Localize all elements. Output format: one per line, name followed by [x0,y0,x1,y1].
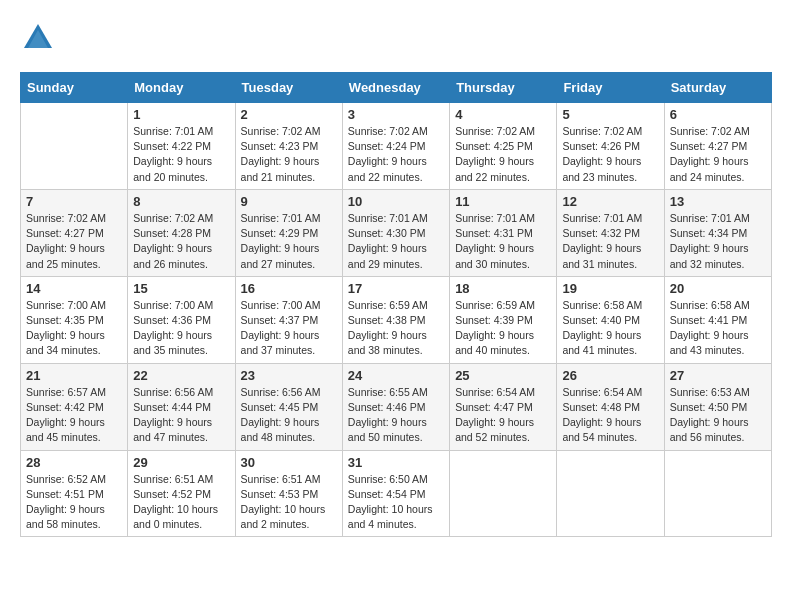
day-cell: 11Sunrise: 7:01 AMSunset: 4:31 PMDayligh… [450,189,557,276]
header-cell-tuesday: Tuesday [235,73,342,103]
day-info: Sunrise: 6:51 AMSunset: 4:53 PMDaylight:… [241,472,337,533]
day-number: 9 [241,194,337,209]
day-info: Sunrise: 7:00 AMSunset: 4:37 PMDaylight:… [241,298,337,359]
day-number: 28 [26,455,122,470]
day-cell: 8Sunrise: 7:02 AMSunset: 4:28 PMDaylight… [128,189,235,276]
day-info: Sunrise: 6:55 AMSunset: 4:46 PMDaylight:… [348,385,444,446]
week-row-1: 1Sunrise: 7:01 AMSunset: 4:22 PMDaylight… [21,103,772,190]
day-info: Sunrise: 7:00 AMSunset: 4:35 PMDaylight:… [26,298,122,359]
day-cell: 28Sunrise: 6:52 AMSunset: 4:51 PMDayligh… [21,450,128,537]
week-row-4: 21Sunrise: 6:57 AMSunset: 4:42 PMDayligh… [21,363,772,450]
day-number: 13 [670,194,766,209]
logo-icon [20,20,56,56]
day-info: Sunrise: 6:58 AMSunset: 4:40 PMDaylight:… [562,298,658,359]
day-info: Sunrise: 7:01 AMSunset: 4:34 PMDaylight:… [670,211,766,272]
day-number: 17 [348,281,444,296]
page-header [20,20,772,56]
day-info: Sunrise: 6:56 AMSunset: 4:45 PMDaylight:… [241,385,337,446]
day-cell: 10Sunrise: 7:01 AMSunset: 4:30 PMDayligh… [342,189,449,276]
day-number: 11 [455,194,551,209]
day-cell [664,450,771,537]
header-cell-saturday: Saturday [664,73,771,103]
day-info: Sunrise: 7:02 AMSunset: 4:25 PMDaylight:… [455,124,551,185]
day-info: Sunrise: 7:02 AMSunset: 4:27 PMDaylight:… [26,211,122,272]
day-cell [21,103,128,190]
day-info: Sunrise: 6:59 AMSunset: 4:38 PMDaylight:… [348,298,444,359]
day-cell: 19Sunrise: 6:58 AMSunset: 4:40 PMDayligh… [557,276,664,363]
day-cell: 22Sunrise: 6:56 AMSunset: 4:44 PMDayligh… [128,363,235,450]
day-number: 4 [455,107,551,122]
day-number: 14 [26,281,122,296]
day-cell: 12Sunrise: 7:01 AMSunset: 4:32 PMDayligh… [557,189,664,276]
header-cell-thursday: Thursday [450,73,557,103]
day-cell [557,450,664,537]
day-cell: 15Sunrise: 7:00 AMSunset: 4:36 PMDayligh… [128,276,235,363]
day-cell: 30Sunrise: 6:51 AMSunset: 4:53 PMDayligh… [235,450,342,537]
day-info: Sunrise: 6:53 AMSunset: 4:50 PMDaylight:… [670,385,766,446]
header-cell-sunday: Sunday [21,73,128,103]
day-info: Sunrise: 7:02 AMSunset: 4:28 PMDaylight:… [133,211,229,272]
day-info: Sunrise: 7:01 AMSunset: 4:29 PMDaylight:… [241,211,337,272]
day-number: 6 [670,107,766,122]
day-cell: 20Sunrise: 6:58 AMSunset: 4:41 PMDayligh… [664,276,771,363]
day-number: 5 [562,107,658,122]
header-cell-wednesday: Wednesday [342,73,449,103]
day-info: Sunrise: 6:52 AMSunset: 4:51 PMDaylight:… [26,472,122,533]
day-cell: 13Sunrise: 7:01 AMSunset: 4:34 PMDayligh… [664,189,771,276]
day-cell: 9Sunrise: 7:01 AMSunset: 4:29 PMDaylight… [235,189,342,276]
day-info: Sunrise: 6:57 AMSunset: 4:42 PMDaylight:… [26,385,122,446]
week-row-5: 28Sunrise: 6:52 AMSunset: 4:51 PMDayligh… [21,450,772,537]
day-info: Sunrise: 6:50 AMSunset: 4:54 PMDaylight:… [348,472,444,533]
week-row-2: 7Sunrise: 7:02 AMSunset: 4:27 PMDaylight… [21,189,772,276]
day-info: Sunrise: 6:56 AMSunset: 4:44 PMDaylight:… [133,385,229,446]
day-info: Sunrise: 7:01 AMSunset: 4:32 PMDaylight:… [562,211,658,272]
day-cell: 3Sunrise: 7:02 AMSunset: 4:24 PMDaylight… [342,103,449,190]
day-cell: 18Sunrise: 6:59 AMSunset: 4:39 PMDayligh… [450,276,557,363]
day-cell [450,450,557,537]
day-number: 27 [670,368,766,383]
day-info: Sunrise: 6:51 AMSunset: 4:52 PMDaylight:… [133,472,229,533]
day-number: 31 [348,455,444,470]
day-info: Sunrise: 7:01 AMSunset: 4:31 PMDaylight:… [455,211,551,272]
day-number: 16 [241,281,337,296]
day-number: 29 [133,455,229,470]
day-info: Sunrise: 7:02 AMSunset: 4:27 PMDaylight:… [670,124,766,185]
day-number: 10 [348,194,444,209]
day-number: 1 [133,107,229,122]
week-row-3: 14Sunrise: 7:00 AMSunset: 4:35 PMDayligh… [21,276,772,363]
day-number: 25 [455,368,551,383]
day-number: 19 [562,281,658,296]
day-cell: 4Sunrise: 7:02 AMSunset: 4:25 PMDaylight… [450,103,557,190]
day-info: Sunrise: 6:54 AMSunset: 4:47 PMDaylight:… [455,385,551,446]
day-number: 12 [562,194,658,209]
header-cell-monday: Monday [128,73,235,103]
day-info: Sunrise: 6:59 AMSunset: 4:39 PMDaylight:… [455,298,551,359]
day-number: 7 [26,194,122,209]
day-cell: 31Sunrise: 6:50 AMSunset: 4:54 PMDayligh… [342,450,449,537]
day-number: 3 [348,107,444,122]
day-cell: 23Sunrise: 6:56 AMSunset: 4:45 PMDayligh… [235,363,342,450]
day-info: Sunrise: 7:02 AMSunset: 4:24 PMDaylight:… [348,124,444,185]
day-cell: 24Sunrise: 6:55 AMSunset: 4:46 PMDayligh… [342,363,449,450]
day-number: 21 [26,368,122,383]
day-info: Sunrise: 7:02 AMSunset: 4:23 PMDaylight:… [241,124,337,185]
day-cell: 21Sunrise: 6:57 AMSunset: 4:42 PMDayligh… [21,363,128,450]
day-info: Sunrise: 7:02 AMSunset: 4:26 PMDaylight:… [562,124,658,185]
day-cell: 1Sunrise: 7:01 AMSunset: 4:22 PMDaylight… [128,103,235,190]
day-info: Sunrise: 6:54 AMSunset: 4:48 PMDaylight:… [562,385,658,446]
day-info: Sunrise: 7:01 AMSunset: 4:30 PMDaylight:… [348,211,444,272]
day-number: 22 [133,368,229,383]
day-cell: 25Sunrise: 6:54 AMSunset: 4:47 PMDayligh… [450,363,557,450]
day-info: Sunrise: 7:01 AMSunset: 4:22 PMDaylight:… [133,124,229,185]
day-cell: 6Sunrise: 7:02 AMSunset: 4:27 PMDaylight… [664,103,771,190]
header-cell-friday: Friday [557,73,664,103]
day-number: 8 [133,194,229,209]
header-row: SundayMondayTuesdayWednesdayThursdayFrid… [21,73,772,103]
day-cell: 14Sunrise: 7:00 AMSunset: 4:35 PMDayligh… [21,276,128,363]
day-number: 2 [241,107,337,122]
calendar-table: SundayMondayTuesdayWednesdayThursdayFrid… [20,72,772,537]
day-cell: 27Sunrise: 6:53 AMSunset: 4:50 PMDayligh… [664,363,771,450]
day-number: 15 [133,281,229,296]
day-cell: 16Sunrise: 7:00 AMSunset: 4:37 PMDayligh… [235,276,342,363]
day-info: Sunrise: 7:00 AMSunset: 4:36 PMDaylight:… [133,298,229,359]
